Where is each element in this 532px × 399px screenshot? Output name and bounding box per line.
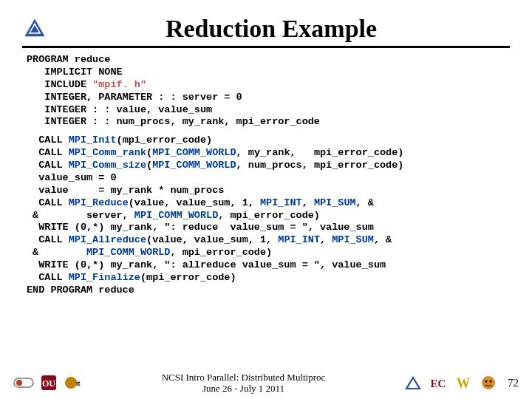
page-number: 72 <box>508 377 519 389</box>
code-block-1: PROGRAM reduce IMPLICIT NONE INCLUDE "mp… <box>27 54 510 129</box>
footer-line2: June 26 - July 1 2011 <box>162 383 326 395</box>
code-line: WRITE (0,*) my_rank, ": reduce value_sum… <box>27 222 510 234</box>
oscer-logo-icon <box>13 374 34 392</box>
svg-point-13 <box>482 376 495 389</box>
code-line: value = my_rank * num_procs <box>27 185 510 197</box>
code-segment: END PROGRAM reduce <box>27 284 134 296</box>
slide: Reduction Example PROGRAM reduce IMPLICI… <box>0 0 532 399</box>
slide-header: Reduction Example <box>22 15 510 43</box>
code-line: value_sum = 0 <box>27 172 510 185</box>
code-line: CALL MPI_Comm_rank(MPI_COMM_WORLD, my_ra… <box>27 147 510 160</box>
svg-text:OU: OU <box>42 378 55 389</box>
w-logo-icon: W <box>453 374 474 392</box>
code-segment: , <box>320 234 332 245</box>
code-segment: INCLUDE <box>27 79 92 90</box>
code-segment: CALL <box>27 147 69 158</box>
svg-point-4 <box>16 380 22 386</box>
svg-text:EC: EC <box>431 378 446 389</box>
code-segment: MPI_SUM <box>314 197 356 208</box>
code-block-2: CALL MPI_Init(mpi_error_code) CALL MPI_C… <box>27 134 510 296</box>
code-segment: ( <box>146 160 152 171</box>
code-segment: MPI_COMM_WORLD <box>152 147 236 158</box>
code-line: INTEGER, PARAMETER : : server = 0 <box>27 92 510 104</box>
code-line: CALL MPI_Init(mpi_error_code) <box>27 134 510 147</box>
svg-text:it: it <box>76 380 81 387</box>
code-line: & server, MPI_COMM_WORLD, mpi_error_code… <box>27 210 510 222</box>
code-segment: , & <box>356 197 374 208</box>
code-segment: , my_rank, mpi_error_code) <box>236 147 404 158</box>
code-segment: & <box>27 247 86 258</box>
code-line: WRITE (0,*) my_rank, ": allreduce value_… <box>27 259 510 272</box>
code-segment: INTEGER : : value, value_sum <box>27 104 212 115</box>
code-line: INTEGER : : num_procs, my_rank, mpi_erro… <box>27 116 510 129</box>
code-segment: CALL <box>27 160 69 171</box>
code-line: END PROGRAM reduce <box>27 284 510 297</box>
code-segment: PROGRAM reduce <box>27 54 110 65</box>
slide-title: Reduction Example <box>58 15 510 43</box>
code-segment: WRITE (0,*) my_rank, ": reduce value_sum… <box>27 222 374 233</box>
code-segment: CALL <box>27 272 69 283</box>
svg-point-7 <box>65 377 77 389</box>
code-segment: , <box>302 197 314 208</box>
code-segment: , mpi_error_code) <box>170 247 272 258</box>
code-segment: & server, <box>27 210 134 221</box>
code-segment: "mpif. h" <box>92 79 146 90</box>
code-segment: WRITE (0,*) my_rank, ": allreduce value_… <box>27 259 386 270</box>
code-segment: MPI_Allreduce <box>69 234 146 245</box>
code-segment: , mpi_error_code) <box>218 210 320 221</box>
footer-left-logos: OU it <box>13 374 84 392</box>
title-rule <box>22 46 510 48</box>
svg-point-14 <box>485 381 487 383</box>
code-segment: INTEGER, PARAMETER : : server = 0 <box>27 92 242 103</box>
code-line: IMPLICIT NONE <box>27 66 510 79</box>
code-line: INTEGER : : value, value_sum <box>27 104 510 117</box>
tiger-logo-icon <box>478 374 499 392</box>
footer-caption: NCSI Intro Parallel: Distributed Multipr… <box>162 372 326 395</box>
footer-right-logos: EC W 72 <box>403 374 519 392</box>
code-segment: ( <box>146 147 152 158</box>
code-segment: MPI_COMM_WORLD <box>152 160 236 171</box>
ou-logo-icon: OU <box>38 374 59 392</box>
svg-point-15 <box>489 381 491 383</box>
code-segment: MPI_SUM <box>332 234 374 245</box>
code-segment: MPI_Init <box>69 134 117 146</box>
code-segment: MPI_Comm_size <box>69 160 146 171</box>
code-segment: MPI_INT <box>278 234 320 245</box>
code-segment: , num_procs, mpi_error_code) <box>236 160 404 171</box>
code-line: & MPI_COMM_WORLD, mpi_error_code) <box>27 247 510 259</box>
code-segment: (mpi_error_code) <box>140 272 236 283</box>
code-segment: value = my_rank * num_procs <box>27 185 224 196</box>
code-line: CALL MPI_Comm_size(MPI_COMM_WORLD, num_p… <box>27 160 510 172</box>
code-line: CALL MPI_Reduce(value, value_sum, 1, MPI… <box>27 197 510 210</box>
code-segment: (value, value_sum, 1, <box>129 197 260 208</box>
code-segment: MPI_COMM_WORLD <box>134 210 218 221</box>
slide-footer: OU it NCSI Intro Parallel: Distributed M… <box>0 372 532 395</box>
code-segment: CALL <box>27 197 69 208</box>
code-segment: CALL <box>27 234 69 245</box>
code-line: PROGRAM reduce <box>27 54 510 66</box>
code-segment: (value, value_sum, 1, <box>146 234 278 245</box>
code-line: CALL MPI_Finalize(mpi_error_code) <box>27 272 510 284</box>
code-segment: MPI_COMM_WORLD <box>86 247 170 258</box>
code-segment: MPI_Reduce <box>69 197 129 208</box>
code-segment: MPI_Finalize <box>69 272 140 283</box>
code-segment: MPI_INT <box>260 197 302 208</box>
code-segment: IMPLICIT NONE <box>27 66 123 78</box>
code-segment: INTEGER : : num_procs, my_rank, mpi_erro… <box>27 116 320 127</box>
svg-text:W: W <box>457 376 470 391</box>
code-line: CALL MPI_Allreduce(value, value_sum, 1, … <box>27 234 510 247</box>
code-segment: MPI_Comm_rank <box>69 147 146 158</box>
code-segment: CALL <box>27 134 69 146</box>
ec-logo-icon: EC <box>428 374 449 392</box>
code-segment: value_sum = 0 <box>27 172 117 183</box>
triangle-logo-icon <box>22 16 47 41</box>
code-line: INCLUDE "mpif. h" <box>27 79 510 92</box>
mini-triangle-icon <box>403 374 423 392</box>
code-segment: , & <box>374 234 392 245</box>
code-segment: (mpi_error_code) <box>117 134 213 146</box>
it-logo-icon: it <box>64 374 84 392</box>
footer-line1: NCSI Intro Parallel: Distributed Multipr… <box>162 372 326 383</box>
